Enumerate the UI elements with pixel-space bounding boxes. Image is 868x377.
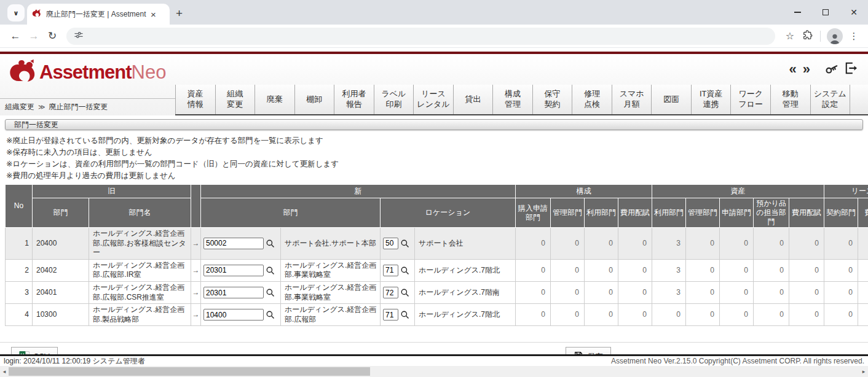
- nav-item-7[interactable]: 貸出: [453, 85, 493, 114]
- nav-item-13[interactable]: IT資産 連携: [691, 85, 731, 114]
- search-lookup-icon[interactable]: [400, 239, 409, 248]
- section-title-bar[interactable]: 部門一括変更: [5, 119, 863, 130]
- toolbar-divider: [820, 31, 821, 42]
- table-body: 120400ホールディングス.経営企画部.広報部.お客様相談センター→サポート会…: [6, 228, 868, 326]
- count-cell: 3: [652, 281, 686, 303]
- new-dept-code-input[interactable]: [203, 287, 264, 298]
- count-cell: 0: [618, 281, 652, 303]
- breadcrumb-parent-link[interactable]: 組織変更: [5, 102, 34, 112]
- col-group-kousei: 構成: [516, 185, 652, 198]
- address-bar[interactable]: [66, 28, 775, 45]
- department-change-table: No 旧 新 構成 資産 リース 部門 部門名 部門 ロケーション 購入申請部門…: [5, 184, 868, 326]
- arrow-cell: →: [191, 304, 201, 326]
- count-cell: 0: [618, 259, 652, 281]
- browser-menu-icon[interactable]: ⋮: [846, 31, 862, 42]
- nav-item-3[interactable]: 棚卸: [294, 85, 334, 114]
- app-logo[interactable]: AssetmentNeo: [9, 59, 166, 86]
- nav-item-9[interactable]: 保守 契約: [532, 85, 572, 114]
- count-cell: 0: [824, 281, 858, 303]
- new-dept-code-input[interactable]: [203, 238, 264, 249]
- scroll-right-arrow-icon[interactable]: ▸: [859, 366, 868, 377]
- window-maximize-button[interactable]: [811, 0, 840, 25]
- count-cell: 0: [824, 304, 858, 326]
- nav-item-1[interactable]: 組織 変更: [215, 85, 255, 114]
- extensions-icon[interactable]: [799, 29, 817, 43]
- count-cell: 0: [585, 228, 618, 260]
- nav-item-12[interactable]: 図面: [651, 85, 691, 114]
- col-group-new: 新: [201, 185, 516, 198]
- search-lookup-icon[interactable]: [266, 239, 275, 248]
- new-dept-code-input[interactable]: [203, 265, 264, 276]
- nav-item-14[interactable]: ワーク フロー: [730, 85, 770, 114]
- nav-trailing-spacer: [850, 85, 868, 114]
- search-lookup-icon[interactable]: [400, 310, 409, 319]
- row-number-cell: 4: [6, 304, 33, 326]
- search-lookup-icon[interactable]: [400, 266, 409, 275]
- new-tab-button[interactable]: +: [176, 7, 183, 19]
- nav-item-4[interactable]: 利用者 報告: [334, 85, 374, 114]
- bookmark-star-icon[interactable]: ☆: [781, 30, 799, 42]
- nav-item-5[interactable]: ラベル 印刷: [374, 85, 414, 114]
- profile-avatar[interactable]: [827, 28, 843, 44]
- count-cell: 0: [618, 228, 652, 260]
- main-nav: 資産 情報組織 変更廃棄棚卸利用者 報告ラベル 印刷リース レンタル貸出構成 管…: [175, 85, 868, 115]
- key-icon[interactable]: [825, 61, 838, 77]
- window-minimize-button[interactable]: [783, 0, 811, 25]
- count-cell: [858, 304, 868, 326]
- count-cell: 0: [551, 304, 585, 326]
- search-lookup-icon[interactable]: [400, 288, 409, 297]
- horizontal-scrollbar[interactable]: ◂ ▸: [0, 366, 868, 377]
- maximize-icon: [823, 9, 829, 15]
- count-cell: 0: [754, 228, 789, 260]
- tab-search-chevron-icon[interactable]: ∨: [7, 4, 25, 21]
- nav-item-0[interactable]: 資産 情報: [175, 85, 215, 114]
- count-cell: 3: [652, 228, 686, 260]
- location-code-input[interactable]: [383, 309, 398, 321]
- count-cell: 0: [720, 304, 754, 326]
- count-cell: 0: [516, 304, 551, 326]
- back-button[interactable]: ←: [6, 30, 25, 42]
- note-line-0: ※廃止日が登録されている部門の内、更新対象のデータが存在する部門を一覧に表示しま…: [6, 135, 868, 147]
- new-dept-name-cell: ホールディングス.経営企画部.事業戦略室: [281, 281, 381, 303]
- location-code-input[interactable]: [383, 238, 398, 249]
- reload-button[interactable]: ↻: [43, 29, 61, 42]
- nav-item-8[interactable]: 構成 管理: [492, 85, 532, 114]
- nav-item-15[interactable]: 移動 管理: [770, 85, 810, 114]
- location-code-cell: [381, 259, 415, 281]
- window-close-button[interactable]: ✕: [840, 0, 868, 25]
- location-code-input[interactable]: [383, 287, 398, 298]
- nav-item-6[interactable]: リース レンタル: [413, 85, 453, 114]
- count-cell: 0: [824, 259, 858, 281]
- new-dept-name-cell: サポート会社.サポート本部: [281, 228, 381, 260]
- search-lookup-icon[interactable]: [266, 266, 275, 275]
- location-name-cell: ホールディングス.7階南: [415, 281, 516, 303]
- location-name-cell: ホールディングス.7階北: [415, 259, 516, 281]
- nav-item-16[interactable]: システム 設定: [810, 85, 850, 114]
- site-settings-icon[interactable]: [74, 30, 84, 42]
- browser-tab[interactable]: 廃止部門一括変更 | Assetment ×: [27, 4, 170, 25]
- location-code-cell: [381, 304, 415, 326]
- nav-item-11[interactable]: スマホ 月額: [612, 85, 652, 114]
- nav-item-2[interactable]: 廃棄: [254, 85, 294, 114]
- tab-close-icon[interactable]: ×: [151, 10, 156, 19]
- count-cell: 0: [551, 259, 585, 281]
- expand-menu-icon[interactable]: »: [803, 63, 810, 76]
- location-code-input[interactable]: [383, 265, 398, 276]
- note-line-3: ※費用の処理年月より過去の費用は更新しません: [6, 170, 868, 182]
- new-dept-code-input[interactable]: [203, 309, 264, 321]
- count-cell: 0: [516, 228, 551, 260]
- notes-block: ※廃止日が登録されている部門の内、更新対象のデータが存在する部門を一覧に表示しま…: [6, 135, 868, 182]
- location-name-cell: ホールディングス.7階北: [415, 304, 516, 326]
- count-cell: 0: [551, 281, 585, 303]
- scroll-left-arrow-icon[interactable]: ◂: [0, 366, 9, 377]
- collapse-menu-icon[interactable]: «: [789, 63, 797, 76]
- search-lookup-icon[interactable]: [266, 288, 275, 297]
- nav-item-10[interactable]: 修理 点検: [572, 85, 612, 114]
- count-cell: [858, 259, 868, 281]
- scrollbar-thumb[interactable]: [9, 367, 370, 376]
- old-dept-code-cell: 20401: [33, 281, 89, 303]
- logout-icon[interactable]: [845, 61, 858, 77]
- search-lookup-icon[interactable]: [266, 310, 275, 319]
- forward-button[interactable]: →: [25, 30, 43, 42]
- count-cell: 0: [686, 228, 720, 260]
